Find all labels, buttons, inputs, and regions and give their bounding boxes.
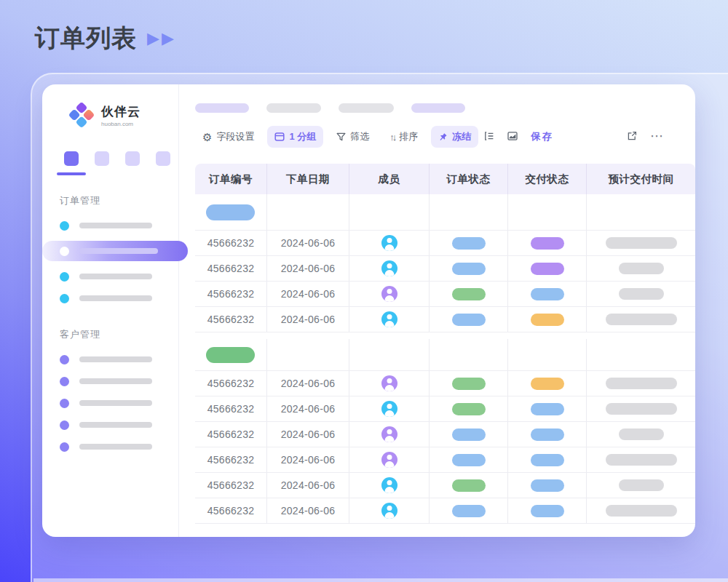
table-row[interactable]: 456662322024-06-06 <box>195 447 695 473</box>
sidebar-item[interactable] <box>42 348 178 370</box>
order-date-cell: 2024-06-06 <box>267 447 349 472</box>
frosted-panel-bottom-edge <box>33 578 728 582</box>
group-cell <box>349 339 430 370</box>
toolbar-sort-button[interactable]: ↑↓排序 <box>382 126 425 148</box>
toolbar-field-settings-button[interactable]: ⚙字段设置 <box>195 126 261 148</box>
member-avatar <box>381 286 397 302</box>
sidebar-item[interactable] <box>42 370 178 392</box>
tab-pill-2[interactable] <box>266 103 321 113</box>
toolbar-group-button[interactable]: 1 分组 <box>267 126 323 148</box>
tab-pill-1[interactable] <box>195 103 249 113</box>
order-date-cell: 2024-06-06 <box>267 231 349 255</box>
column-header-2: 下单日期 <box>267 164 349 194</box>
delivery-status-cell <box>508 307 587 332</box>
toolbar-share-button[interactable] <box>627 131 637 143</box>
order-status-pill <box>452 403 486 415</box>
member-cell <box>349 473 430 498</box>
member-cell <box>349 231 430 255</box>
sidebar-nav: 订单管理客户管理 <box>42 194 178 458</box>
member-cell <box>349 371 430 396</box>
sidebar-item[interactable] <box>42 287 178 309</box>
tab-pill-4[interactable] <box>411 103 465 113</box>
table-row[interactable]: 456662322024-06-06 <box>195 498 695 524</box>
order-status-pill <box>452 237 486 250</box>
eta-cell <box>587 282 695 306</box>
delivery-status-pill <box>531 378 564 390</box>
toolbar-filter-button[interactable]: 筛选 <box>329 126 376 148</box>
table-row[interactable]: 456662322024-06-06 <box>195 371 695 396</box>
eta-cell <box>587 307 695 332</box>
eta-cell <box>587 422 695 447</box>
group-header-row[interactable] <box>195 339 695 371</box>
group-cell <box>267 194 349 230</box>
table-row[interactable]: 456662322024-06-06 <box>195 231 695 256</box>
pin-icon <box>438 132 448 142</box>
table-row[interactable]: 456662322024-06-06 <box>195 396 695 422</box>
sort-icon: ↑↓ <box>389 132 395 143</box>
tab-pill-3[interactable] <box>339 103 394 113</box>
toolbar-chart-view-button[interactable] <box>507 131 518 143</box>
nav-item-label-placeholder <box>79 248 158 254</box>
delivery-status-pill <box>531 288 564 300</box>
sidebar-item[interactable] <box>42 436 178 458</box>
group-cell <box>349 194 430 230</box>
toolbar-more-button[interactable]: ⋯ <box>650 132 663 143</box>
nav-item-label-placeholder <box>79 378 152 384</box>
group-cell <box>195 194 267 230</box>
order-status-pill <box>452 288 486 300</box>
table-row[interactable]: 456662322024-06-06 <box>195 256 695 282</box>
order-number-text: 45666232 <box>207 428 255 440</box>
order-number-cell: 45666232 <box>195 498 267 523</box>
member-avatar <box>381 477 397 493</box>
group-header-row[interactable] <box>195 194 695 231</box>
table-row[interactable]: 456662322024-06-06 <box>195 473 695 498</box>
toolbar: ⚙字段设置1 分组筛选↑↓排序冻结 保存 ⋯ <box>195 126 695 148</box>
order-status-cell <box>430 498 508 523</box>
order-number-cell: 45666232 <box>195 231 267 255</box>
nav-item-label-placeholder <box>79 295 152 301</box>
order-status-cell <box>430 371 508 396</box>
order-status-pill <box>452 479 486 492</box>
delivery-status-pill <box>531 505 564 517</box>
sidebar-item-selected[interactable] <box>42 241 188 261</box>
group-cell <box>430 194 508 230</box>
sidebar-item[interactable] <box>42 414 178 436</box>
toolbar-freeze-button[interactable]: 冻结 <box>431 126 478 148</box>
save-button[interactable]: 保存 <box>531 130 553 143</box>
active-workspace-underline <box>57 172 86 175</box>
table-row[interactable]: 456662322024-06-06 <box>195 282 695 307</box>
delivery-status-pill <box>531 237 564 250</box>
order-number-cell: 45666232 <box>195 396 267 421</box>
order-number-cell: 45666232 <box>195 473 267 498</box>
order-status-pill <box>452 505 486 517</box>
workspace-square-2[interactable] <box>95 151 109 166</box>
order-date-cell: 2024-06-06 <box>267 473 349 498</box>
board-icon <box>274 132 285 142</box>
nav-item-dot <box>60 272 69 282</box>
toolbar-button-label: 排序 <box>399 130 418 143</box>
order-number-text: 45666232 <box>207 378 255 389</box>
sidebar-item[interactable] <box>42 266 178 287</box>
workspace-square-3[interactable] <box>125 151 140 166</box>
toolbar-row-height-button[interactable] <box>484 131 494 143</box>
sidebar-item[interactable] <box>42 392 178 414</box>
sidebar-item[interactable] <box>42 215 178 236</box>
delivery-status-cell <box>508 473 587 498</box>
eta-cell <box>587 473 695 498</box>
delivery-status-cell <box>508 282 587 306</box>
workspace-square-1[interactable] <box>64 151 79 166</box>
table-row[interactable]: 456662322024-06-06 <box>195 422 695 447</box>
table-row[interactable]: 456662322024-06-06 <box>195 307 695 332</box>
delivery-status-cell <box>508 422 587 447</box>
order-number-cell: 45666232 <box>195 422 267 447</box>
page-title: 订单列表 <box>35 22 137 55</box>
main-panel: ⚙字段设置1 分组筛选↑↓排序冻结 保存 ⋯ 订单编号下单日期成员订单状态交付状… <box>179 84 695 537</box>
delivery-status-cell <box>508 371 587 396</box>
column-header-3: 成员 <box>349 164 430 194</box>
workspace-square-4[interactable] <box>156 151 170 166</box>
tab-placeholder-row <box>195 103 695 113</box>
order-status-cell <box>430 396 508 421</box>
member-cell <box>349 498 430 523</box>
group-cell <box>430 339 508 370</box>
order-number-cell: 45666232 <box>195 371 267 396</box>
